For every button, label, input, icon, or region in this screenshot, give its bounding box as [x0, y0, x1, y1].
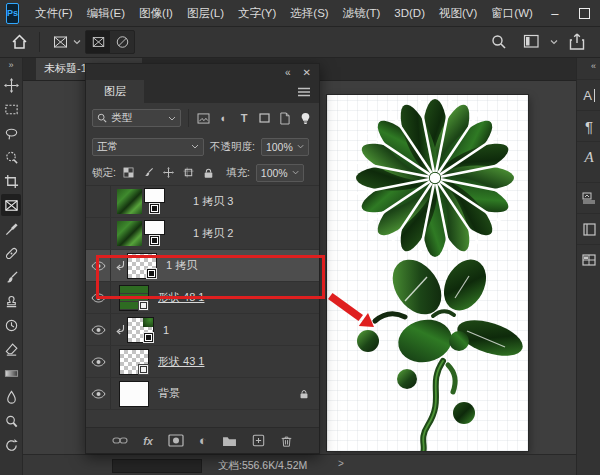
- layer-thumbnail[interactable]: [117, 220, 167, 247]
- layer-name[interactable]: 1: [163, 324, 169, 336]
- tool-frame[interactable]: [1, 194, 21, 216]
- tool-dodge[interactable]: [1, 410, 21, 432]
- menu-item-file[interactable]: 文件(F): [28, 6, 80, 21]
- current-tool-frame[interactable]: [47, 30, 73, 54]
- opacity-select[interactable]: 100%: [261, 138, 309, 156]
- lock-all-icon[interactable]: [202, 165, 216, 181]
- share-button[interactable]: [564, 30, 590, 54]
- tool-spot-healing[interactable]: [1, 242, 21, 264]
- tool-brush[interactable]: [1, 266, 21, 288]
- layer-name[interactable]: 背景: [158, 386, 180, 401]
- lock-transparent-pixels-icon[interactable]: [122, 165, 136, 181]
- visibility-toggle[interactable]: [86, 218, 111, 249]
- tool-history-brush[interactable]: [1, 314, 21, 336]
- menu-item-type[interactable]: 文字(Y): [231, 6, 283, 21]
- status-expand-chevron[interactable]: >: [338, 458, 344, 469]
- visibility-toggle[interactable]: [86, 378, 111, 409]
- layer-name[interactable]: 1 拷贝 2: [193, 226, 233, 241]
- menu-item-layer[interactable]: 图层(L): [180, 6, 231, 21]
- close-panel-icon[interactable]: ✕: [303, 67, 311, 78]
- expand-panels-icon[interactable]: «: [591, 61, 600, 71]
- layers-tab-row: 图层: [86, 80, 319, 103]
- tool-eraser[interactable]: [1, 338, 21, 360]
- filter-toggle-icon[interactable]: [298, 110, 313, 126]
- zoom-level-field[interactable]: [112, 459, 202, 473]
- layer-thumbnail[interactable]: [119, 381, 149, 407]
- menu-item-select[interactable]: 选择(S): [283, 6, 335, 21]
- layer-effects-button[interactable]: fx: [143, 435, 153, 447]
- properties-panel-button[interactable]: [577, 213, 600, 244]
- layer-row[interactable]: 1 拷贝 3: [86, 186, 319, 218]
- lock-artboard-icon[interactable]: [182, 165, 196, 181]
- layer-row-background[interactable]: 背景: [86, 378, 319, 410]
- expand-tools-icon[interactable]: »: [8, 60, 13, 70]
- layer-thumbnail[interactable]: [119, 349, 149, 375]
- layer-filter-row: 类型 ◐ T: [86, 103, 319, 133]
- layer-row[interactable]: 1 拷贝 2: [86, 218, 319, 250]
- flower-artwork: [327, 95, 528, 451]
- add-mask-button[interactable]: [168, 434, 184, 447]
- tool-lasso[interactable]: [1, 122, 21, 144]
- layer-thumbnail[interactable]: [127, 317, 154, 343]
- eyedropper-tool-icon: [4, 222, 19, 237]
- libraries-panel-button[interactable]: [577, 182, 600, 213]
- layer-name[interactable]: 形状 43 1: [158, 354, 204, 369]
- layer-name[interactable]: 1 拷贝 3: [193, 194, 233, 209]
- home-button[interactable]: [6, 30, 32, 54]
- search-button[interactable]: [486, 30, 512, 54]
- filter-type-select[interactable]: 类型: [92, 109, 181, 127]
- menu-item-edit[interactable]: 编辑(E): [80, 6, 132, 21]
- filter-type-layers-icon[interactable]: T: [237, 110, 252, 126]
- tool-eyedropper[interactable]: [1, 218, 21, 240]
- lock-position-icon[interactable]: [162, 165, 176, 181]
- lock-image-pixels-icon[interactable]: [142, 165, 156, 181]
- elliptical-frame-button[interactable]: [110, 31, 134, 53]
- layer-row[interactable]: 1: [86, 314, 319, 346]
- menu-item-3d[interactable]: 3D(D): [387, 7, 432, 19]
- tool-move[interactable]: [1, 74, 21, 96]
- adjustment-layer-button[interactable]: ◐: [199, 433, 207, 448]
- opacity-value: 100%: [266, 141, 293, 153]
- menu-item-image[interactable]: 图像(I): [132, 6, 180, 21]
- maximize-icon: [579, 8, 590, 19]
- rectangular-frame-button[interactable]: [86, 31, 110, 53]
- adjustments-panel-button[interactable]: [577, 244, 600, 275]
- tool-rotate-view[interactable]: [1, 434, 21, 456]
- chevron-down-icon[interactable]: [73, 39, 81, 45]
- menu-item-view[interactable]: 视图(V): [432, 6, 484, 21]
- visibility-toggle[interactable]: [86, 314, 111, 345]
- link-layers-button[interactable]: [112, 436, 128, 445]
- filter-shape-layers-icon[interactable]: [257, 110, 272, 126]
- new-layer-button[interactable]: [252, 434, 265, 447]
- filter-adjustment-layers-icon[interactable]: ◐: [216, 110, 231, 126]
- filter-pixel-layers-icon[interactable]: [196, 110, 211, 126]
- visibility-toggle[interactable]: [86, 186, 111, 217]
- menu-item-window[interactable]: 窗口(W): [484, 6, 540, 21]
- delete-layer-button[interactable]: [280, 434, 293, 448]
- visibility-toggle[interactable]: [86, 346, 111, 377]
- menu-item-filter[interactable]: 滤镜(T): [336, 6, 388, 21]
- paragraph-panel-button[interactable]: ¶: [577, 110, 600, 141]
- tool-clone-stamp[interactable]: [1, 290, 21, 312]
- fill-select[interactable]: 100%: [256, 164, 304, 182]
- filter-smart-objects-icon[interactable]: [277, 110, 292, 126]
- blend-mode-select[interactable]: 正常: [92, 138, 204, 156]
- workspace-switcher-button[interactable]: [518, 30, 544, 54]
- tool-gradient[interactable]: [1, 362, 21, 384]
- character-panel-button[interactable]: A: [577, 79, 600, 110]
- maximize-button[interactable]: [570, 0, 600, 26]
- glyphs-panel-button[interactable]: A: [577, 141, 600, 172]
- tool-rectangular-marquee[interactable]: [1, 98, 21, 120]
- chevron-down-icon[interactable]: [550, 39, 558, 45]
- collapse-panel-icon[interactable]: «: [285, 67, 291, 78]
- panel-menu-button[interactable]: [297, 80, 319, 103]
- tool-crop[interactable]: [1, 170, 21, 192]
- minimize-button[interactable]: –: [540, 0, 570, 26]
- tool-blur[interactable]: [1, 386, 21, 408]
- layer-row[interactable]: 形状 43 1: [86, 346, 319, 378]
- smart-object-badge: [143, 332, 154, 343]
- tool-object-selection[interactable]: [1, 146, 21, 168]
- layer-thumbnail[interactable]: [117, 188, 167, 215]
- layers-tab[interactable]: 图层: [86, 80, 144, 103]
- new-group-button[interactable]: [222, 435, 237, 447]
